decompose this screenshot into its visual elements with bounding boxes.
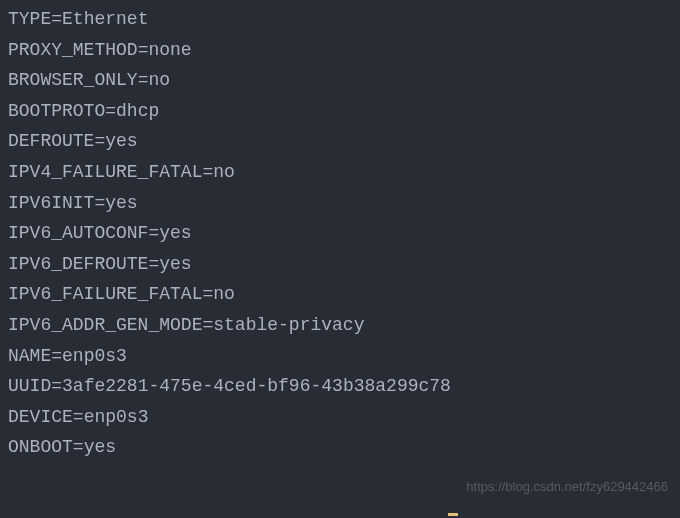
config-line: UUID=3afe2281-475e-4ced-bf96-43b38a299c7…: [8, 371, 672, 402]
config-key: BROWSER_ONLY: [8, 65, 138, 96]
config-line: DEVICE=enp0s3: [8, 402, 672, 433]
config-key: NAME: [8, 341, 51, 372]
config-line: BOOTPROTO=dhcp: [8, 96, 672, 127]
config-equals: =: [138, 35, 149, 66]
config-equals: =: [202, 310, 213, 341]
config-value: yes: [105, 126, 137, 157]
config-value: yes: [84, 432, 116, 463]
config-value: 3afe2281-475e-4ced-bf96-43b38a299c78: [62, 371, 451, 402]
config-key: TYPE: [8, 4, 51, 35]
config-line: ONBOOT=yes: [8, 432, 672, 463]
config-value: enp0s3: [84, 402, 149, 433]
config-equals: =: [94, 188, 105, 219]
config-key: IPV6_DEFROUTE: [8, 249, 148, 280]
config-equals: =: [105, 96, 116, 127]
config-equals: =: [51, 341, 62, 372]
config-equals: =: [73, 402, 84, 433]
config-equals: =: [148, 218, 159, 249]
config-equals: =: [202, 157, 213, 188]
config-key: UUID: [8, 371, 51, 402]
config-value: no: [148, 65, 170, 96]
config-value: yes: [159, 249, 191, 280]
config-line: IPV6_AUTOCONF=yes: [8, 218, 672, 249]
config-equals: =: [138, 65, 149, 96]
config-key: DEFROUTE: [8, 126, 94, 157]
config-line: TYPE=Ethernet: [8, 4, 672, 35]
cursor-indicator: [448, 513, 458, 516]
config-value: none: [148, 35, 191, 66]
config-value: Ethernet: [62, 4, 148, 35]
config-equals: =: [51, 4, 62, 35]
config-line: IPV4_FAILURE_FATAL=no: [8, 157, 672, 188]
config-key: IPV6_ADDR_GEN_MODE: [8, 310, 202, 341]
config-line: IPV6_FAILURE_FATAL=no: [8, 279, 672, 310]
config-equals: =: [94, 126, 105, 157]
config-equals: =: [148, 249, 159, 280]
config-key: IPV6_AUTOCONF: [8, 218, 148, 249]
config-key: IPV6_FAILURE_FATAL: [8, 279, 202, 310]
watermark-text: https://blog.csdn.net/fzy629442466: [466, 476, 668, 498]
config-line: IPV6_ADDR_GEN_MODE=stable-privacy: [8, 310, 672, 341]
config-line: NAME=enp0s3: [8, 341, 672, 372]
config-line: IPV6_DEFROUTE=yes: [8, 249, 672, 280]
config-line: BROWSER_ONLY=no: [8, 65, 672, 96]
config-file-content: TYPE=Ethernet PROXY_METHOD=none BROWSER_…: [8, 4, 672, 463]
config-value: no: [213, 279, 235, 310]
config-line: PROXY_METHOD=none: [8, 35, 672, 66]
config-key: IPV4_FAILURE_FATAL: [8, 157, 202, 188]
config-key: BOOTPROTO: [8, 96, 105, 127]
config-value: dhcp: [116, 96, 159, 127]
config-value: stable-privacy: [213, 310, 364, 341]
config-value: yes: [105, 188, 137, 219]
config-key: ONBOOT: [8, 432, 73, 463]
config-value: yes: [159, 218, 191, 249]
config-value: enp0s3: [62, 341, 127, 372]
config-line: IPV6INIT=yes: [8, 188, 672, 219]
config-equals: =: [73, 432, 84, 463]
config-equals: =: [51, 371, 62, 402]
config-equals: =: [202, 279, 213, 310]
config-line: DEFROUTE=yes: [8, 126, 672, 157]
config-key: IPV6INIT: [8, 188, 94, 219]
config-key: DEVICE: [8, 402, 73, 433]
config-key: PROXY_METHOD: [8, 35, 138, 66]
config-value: no: [213, 157, 235, 188]
